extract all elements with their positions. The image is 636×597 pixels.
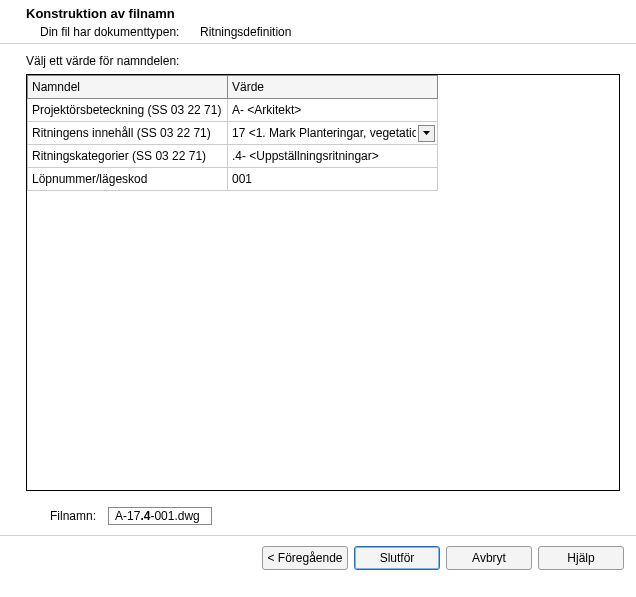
cell-namndel: Projektörsbeteckning (SS 03 22 71) xyxy=(28,99,228,122)
button-row: < Föregående Slutför Avbryt Hjälp xyxy=(0,535,636,580)
doc-type-label: Din fil har dokumenttypen: xyxy=(40,25,180,39)
cell-namndel: Löpnummer/lägeskod xyxy=(28,168,228,191)
table-row[interactable]: Ritningens innehåll (SS 03 22 71) 17 <1.… xyxy=(28,122,438,145)
doc-type-row: Din fil har dokumenttypen: Ritningsdefin… xyxy=(26,23,626,43)
cell-namndel: Ritningens innehåll (SS 03 22 71) xyxy=(28,122,228,145)
dropdown-button[interactable] xyxy=(418,125,435,142)
cell-varde[interactable]: .4- <Uppställningsritningar> xyxy=(228,145,438,168)
table-row[interactable]: Ritningskategorier (SS 03 22 71) .4- <Up… xyxy=(28,145,438,168)
dialog-title: Konstruktion av filnamn xyxy=(26,6,626,23)
back-button[interactable]: < Föregående xyxy=(262,546,348,570)
instruction-text: Välj ett värde för namndelen: xyxy=(0,44,636,74)
cell-namndel: Ritningskategorier (SS 03 22 71) xyxy=(28,145,228,168)
values-table: Namndel Värde Projektörsbeteckning (SS 0… xyxy=(27,75,438,191)
cancel-button[interactable]: Avbryt xyxy=(446,546,532,570)
col-header-namndel: Namndel xyxy=(28,76,228,99)
filename-row: Filnamn: A-17.4-001.dwg xyxy=(0,501,636,535)
cell-varde[interactable]: 17 <1. Mark Planteringar, vegetation> xyxy=(228,122,438,145)
dialog-window: Konstruktion av filnamn Din fil har doku… xyxy=(0,0,636,597)
table-row[interactable]: Projektörsbeteckning (SS 03 22 71) A- <A… xyxy=(28,99,438,122)
cell-varde[interactable]: A- <Arkitekt> xyxy=(228,99,438,122)
col-header-varde: Värde xyxy=(228,76,438,99)
table-row[interactable]: Löpnummer/lägeskod 001 xyxy=(28,168,438,191)
table-empty-area xyxy=(27,191,619,490)
finish-button[interactable]: Slutför xyxy=(354,546,440,570)
filename-label: Filnamn: xyxy=(50,509,96,523)
doc-type-value: Ritningsdefinition xyxy=(200,25,291,39)
table-header-row: Namndel Värde xyxy=(28,76,438,99)
filename-display: A-17.4-001.dwg xyxy=(108,507,212,525)
values-table-container: Namndel Värde Projektörsbeteckning (SS 0… xyxy=(26,74,620,491)
svg-marker-0 xyxy=(423,131,430,135)
cell-varde[interactable]: 001 xyxy=(228,168,438,191)
help-button[interactable]: Hjälp xyxy=(538,546,624,570)
header-block: Konstruktion av filnamn Din fil har doku… xyxy=(0,0,636,43)
chevron-down-icon xyxy=(423,131,430,135)
